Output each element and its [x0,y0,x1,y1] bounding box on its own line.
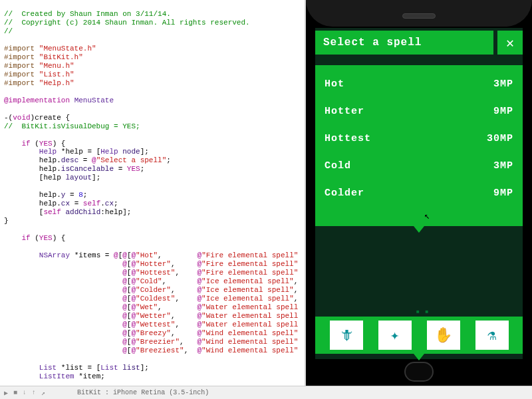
code-line: @[@"Cold", @"Ice elemental spell", [4,277,298,285]
import-line: #import "Help.h" [4,79,74,87]
phone-bezel-top [306,0,532,27]
list-item[interactable]: Hot3MP [315,70,523,98]
potion-icon: ⚗ [487,327,496,344]
list-item[interactable]: Cold3MP [315,152,523,180]
import-line: #import "BitKit.h" [4,53,83,61]
code-line: help.y = 8; [4,191,87,199]
sword-icon: 🗡 [339,327,354,344]
code-line: @[@"Hotter", @"Fire elemental spell" [4,260,298,268]
chevron-down-icon [414,226,424,233]
spell-list[interactable]: Hot3MP Hotter9MP Hottest30MP Cold3MP Col… [315,65,523,226]
code-line: @[@"Hottest", @"Fire elemental spell" [4,269,298,277]
status-text: BitKit : iPhone Retina (3.5-inch) [77,389,209,396]
code-line: [self addChild:help]; [4,208,131,216]
item-label: Cold [325,160,351,172]
list-item[interactable]: Hottest30MP [315,125,523,152]
code-line: @[@"Wet", @"Water elemental spell [4,303,298,311]
home-button[interactable] [404,362,434,382]
tool-sparkle-button[interactable]: ✦ [378,321,412,350]
method-sig: -(void)create { [4,114,70,122]
comment-line: // Created by Shaun Inman on 3/11/14. [4,10,171,18]
close-icon: ✕ [506,35,514,51]
list-item[interactable]: Hotter9MP [315,98,523,125]
item-cost: 9MP [493,188,513,199]
title-bar: Select a spell [315,31,493,55]
tool-sword-button[interactable]: 🗡 [330,321,363,350]
simulator-panel: Select a spell ✕ Hot3MP Hotter9MP Hottes… [306,0,532,386]
toolbar: 🗡 ✦ ✋ ⚗ [315,317,523,354]
play-icon[interactable]: ▶ [4,389,8,397]
item-cost: 9MP [493,106,513,117]
hand-icon: ✋ [434,327,452,344]
item-label: Hottest [325,133,371,144]
code-line: @[@"Breezier", @"Wind elemental spell" [4,338,298,346]
list-item[interactable]: Colder9MP [315,180,523,207]
implementation-line: @implementation MenuState [4,96,114,104]
code-line: @[@"Breezy", @"Wind elemental spell" [4,329,298,337]
status-bar: ▶ ■ ↓ ↑ ↗ BitKit : iPhone Retina (3.5-in… [0,386,532,399]
code-line: help.cx = self.cx; [4,200,118,207]
code-line: help.isCancelable = YES; [4,165,144,173]
item-cost: 3MP [493,78,513,90]
code-line: @[@"Breeziest", @"Wind elemental spell" [4,346,298,354]
cursor-icon: ↖ [424,210,430,221]
item-cost: 30MP [487,133,513,144]
code-line: @[@"Wetter", @"Water elemental spell [4,312,298,320]
code-line: if (YES) { [4,140,65,148]
title-row: Select a spell ✕ [315,31,523,55]
code-line: @[@"Coldest", @"Ice elemental spell", [4,295,298,303]
chevron-down-icon [414,354,424,360]
import-line: #import "MenuState.h" [4,45,96,53]
step-out-icon[interactable]: ↗ [41,389,45,397]
close-button[interactable]: ✕ [497,31,523,55]
import-line: #import "List.h" [4,70,74,78]
speaker-icon [402,13,436,19]
title-text: Select a spell [323,37,422,49]
item-label: Colder [325,188,364,199]
comment-line: // Copyright (c) 2014 Shaun Inman. All r… [4,19,250,27]
code-line: NSArray *items = @[@[@"Hot", @"Fire elem… [4,251,298,259]
step-over-icon[interactable]: ↑ [32,389,36,396]
item-label: Hotter [325,106,364,117]
sparkle-icon: ✦ [390,327,399,344]
code-line: [help layout]; [4,174,100,182]
comment-line: // [4,27,13,35]
tool-hand-button[interactable]: ✋ [427,321,460,350]
item-cost: 3MP [493,160,513,172]
code-line: List *list = [List list]; [4,364,149,372]
code-editor[interactable]: // Created by Shaun Inman on 3/11/14. //… [0,0,305,386]
code-line: if (YES) { [4,234,65,242]
code-line: @[@"Wettest", @"Water elemental spell [4,321,298,329]
comment-line: // BitKit.isVisualDebug = YES; [4,122,140,130]
item-label: Hot [325,78,344,90]
pause-icon[interactable]: ■ [13,389,17,396]
code-line: } [4,217,9,225]
code-line: help.desc = @"Select a spell"; [4,156,171,164]
import-line: #import "Menu.h" [4,62,74,70]
step-icon[interactable]: ↓ [23,389,27,396]
page-dots: ■ ■ [416,309,430,315]
code-line: @[@"Colder", @"Ice elemental spell", [4,286,298,294]
code-line: ListItem *item; [4,372,105,380]
code-line: Help *help = [Help node]; [4,148,149,156]
tool-potion-button[interactable]: ⚗ [475,321,509,350]
